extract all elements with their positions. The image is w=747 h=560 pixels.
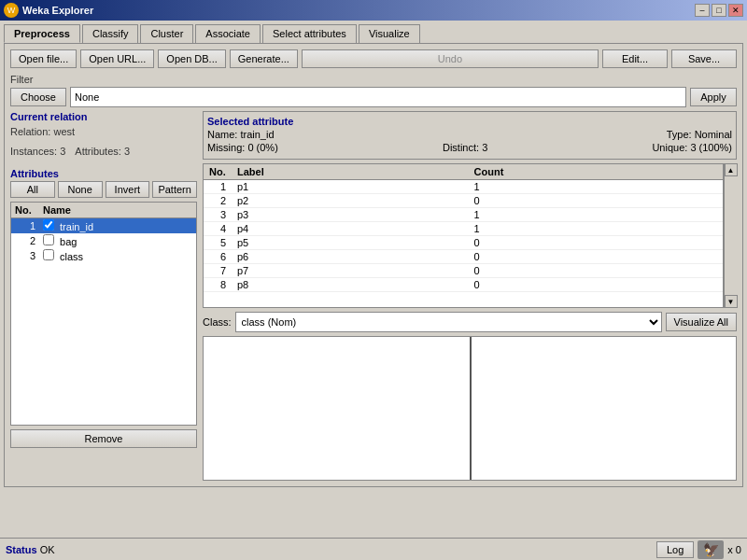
invert-button[interactable]: Invert: [106, 181, 150, 198]
left-panel: Current relation Relation: west Instance…: [10, 111, 197, 481]
attr-distinct: Distinct: 3: [443, 142, 487, 153]
title-bar: W Weka Explorer – □ ✕: [0, 0, 747, 21]
attr-unique: Unique: 3 (100%): [652, 142, 732, 153]
open-db-button[interactable]: Open DB...: [158, 49, 225, 68]
attr-row-no: 3: [11, 248, 39, 263]
data-table-container[interactable]: No. Label Count 1 p1 1 2 p2 0 3 p3 1 4: [203, 163, 724, 308]
edit-button[interactable]: Edit...: [602, 49, 668, 68]
current-relation-section: Current relation Relation: west Instance…: [10, 111, 197, 162]
data-row-label: p3: [232, 208, 469, 222]
data-row-label: p8: [232, 278, 469, 292]
chart-area: [203, 336, 737, 481]
status-value: OK: [40, 544, 55, 555]
attr-name: Name: train_id: [207, 129, 275, 140]
filter-section: Filter Choose None Apply: [10, 74, 737, 107]
attr-row-no: 1: [11, 218, 39, 234]
filter-value: None: [70, 87, 686, 107]
filter-label: Filter: [10, 74, 737, 85]
data-row: 7 p7 0: [204, 264, 723, 278]
data-row-no: 3: [204, 208, 232, 222]
data-table: No. Label Count 1 p1 1 2 p2 0 3 p3 1 4: [204, 164, 723, 292]
data-row-no: 1: [204, 180, 232, 194]
instances-count: Instances: 3: [10, 144, 65, 160]
tab-select-attributes[interactable]: Select attributes: [262, 24, 357, 43]
log-button[interactable]: Log: [656, 541, 694, 558]
data-row-no: 2: [204, 194, 232, 208]
window-controls: – □ ✕: [695, 4, 743, 17]
attr-type: Type: Nominal: [667, 129, 732, 140]
data-row: 1 p1 1: [204, 180, 723, 194]
scrollbar[interactable]: ▲ ▼: [724, 163, 737, 308]
attr-checkbox[interactable]: [43, 249, 54, 260]
selected-attribute-title: Selected attribute: [207, 116, 732, 127]
col-name: Name: [39, 203, 196, 218]
status-right: Log 🦅 x 0: [656, 540, 741, 559]
data-row-no: 8: [204, 278, 232, 292]
apply-filter-button[interactable]: Apply: [690, 88, 737, 106]
tab-associate[interactable]: Associate: [195, 24, 261, 43]
data-row-label: p5: [232, 236, 469, 250]
scroll-down[interactable]: ▼: [725, 295, 738, 308]
attribute-row[interactable]: 3 class: [11, 248, 196, 263]
attr-missing: Missing: 0 (0%): [207, 142, 278, 153]
choose-filter-button[interactable]: Choose: [10, 88, 66, 106]
attr-name-label: bag: [60, 236, 77, 247]
data-row-count: 0: [469, 194, 723, 208]
data-row-count: 0: [469, 278, 723, 292]
class-select[interactable]: class (Nom): [235, 312, 662, 332]
visualize-all-button[interactable]: Visualize All: [666, 313, 738, 331]
status-bar: Status OK Log 🦅 x 0: [0, 538, 747, 560]
remove-button[interactable]: Remove: [10, 429, 197, 448]
data-row-label: p4: [232, 222, 469, 236]
attributes-title: Attributes: [10, 168, 197, 179]
attributes-section: Attributes All None Invert Pattern No. N…: [10, 168, 197, 448]
open-file-button[interactable]: Open file...: [10, 49, 77, 68]
class-label: Class:: [203, 316, 232, 328]
close-button[interactable]: ✕: [728, 4, 743, 17]
right-panel: Selected attribute Name: train_id Type: …: [203, 111, 737, 481]
attr-row-name: bag: [39, 233, 196, 248]
data-row-count: 1: [469, 208, 723, 222]
col-no: No.: [11, 203, 39, 218]
class-row: Class: class (Nom) Visualize All: [203, 312, 737, 332]
app-icon: W: [4, 3, 19, 18]
data-row: 8 p8 0: [204, 278, 723, 292]
window-title: Weka Explorer: [22, 5, 93, 16]
data-row-count: 0: [469, 236, 723, 250]
data-row-count: 0: [469, 250, 723, 264]
data-row-no: 7: [204, 264, 232, 278]
attributes-table[interactable]: No. Name 1 train_id 2 bag 3: [10, 202, 197, 426]
tab-visualize[interactable]: Visualize: [359, 24, 420, 43]
attr-checkbox[interactable]: [43, 219, 54, 231]
data-row: 4 p4 1: [204, 222, 723, 236]
data-col-label: Label: [232, 164, 469, 180]
data-row-no: 6: [204, 250, 232, 264]
relation-name: Relation: west: [10, 124, 197, 140]
open-url-button[interactable]: Open URL...: [80, 49, 154, 68]
pattern-button[interactable]: Pattern: [152, 181, 197, 198]
undo-button: Undo: [302, 49, 599, 68]
data-row-count: 0: [469, 264, 723, 278]
scroll-up[interactable]: ▲: [725, 163, 738, 176]
attr-checkbox[interactable]: [43, 234, 54, 245]
none-button[interactable]: None: [58, 181, 103, 198]
chart-line: [470, 337, 472, 480]
attribute-row[interactable]: 2 bag: [11, 233, 196, 248]
attr-row-name: train_id: [39, 218, 196, 234]
attributes-count: Attributes: 3: [75, 144, 130, 160]
tab-classify[interactable]: Classify: [82, 24, 139, 43]
attr-row-name: class: [39, 248, 196, 263]
data-row-count: 1: [469, 180, 723, 194]
attr-name-label: train_id: [60, 221, 93, 232]
tab-cluster[interactable]: Cluster: [140, 24, 193, 43]
attribute-row[interactable]: 1 train_id: [11, 218, 196, 234]
tab-preprocess[interactable]: Preprocess: [4, 24, 80, 43]
all-button[interactable]: All: [10, 181, 55, 198]
save-button[interactable]: Save...: [671, 49, 737, 68]
generate-button[interactable]: Generate...: [230, 49, 298, 68]
data-row-label: p6: [232, 250, 469, 264]
minimize-button[interactable]: –: [695, 4, 710, 17]
toolbar: Open file... Open URL... Open DB... Gene…: [10, 49, 737, 68]
maximize-button[interactable]: □: [712, 4, 726, 17]
status-label: Status: [6, 544, 37, 555]
